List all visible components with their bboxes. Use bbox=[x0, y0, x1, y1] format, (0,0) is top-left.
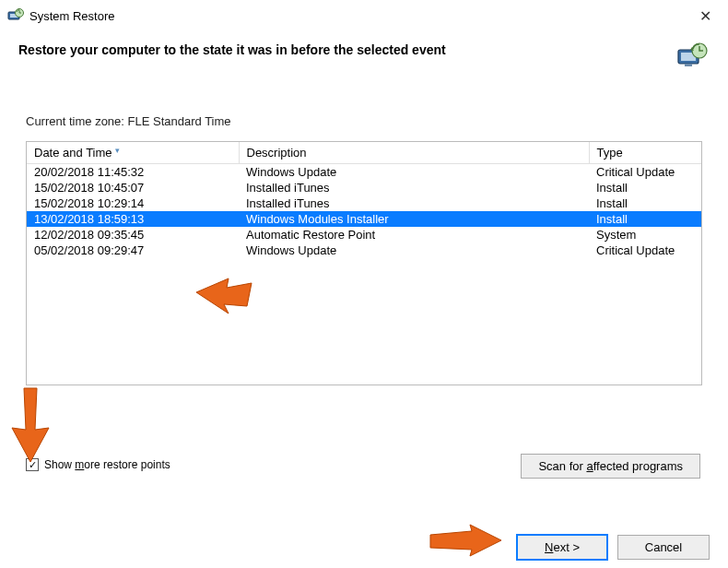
show-more-restore-points[interactable]: ✓ Show more restore points bbox=[26, 458, 170, 471]
table-row[interactable]: 15/02/2018 10:29:14Installed iTunesInsta… bbox=[27, 195, 701, 211]
restore-points-table: Date and Time▾ Description Type 20/02/20… bbox=[26, 141, 702, 385]
table-header-row: Date and Time▾ Description Type bbox=[27, 142, 701, 164]
cell-desc: Installed iTunes bbox=[239, 180, 589, 195]
cell-type: Critical Update bbox=[589, 164, 701, 181]
svg-rect-5 bbox=[685, 64, 692, 66]
header-row: Restore your computer to the state it wa… bbox=[0, 30, 728, 70]
cell-type: Install bbox=[589, 180, 701, 195]
cell-type: Install bbox=[589, 195, 701, 211]
svg-marker-9 bbox=[12, 388, 49, 462]
titlebar: System Restore ✕ bbox=[0, 0, 728, 30]
scan-affected-programs-button[interactable]: Scan for affected programs bbox=[521, 454, 700, 479]
table-row[interactable]: 13/02/2018 18:59:13Windows Modules Insta… bbox=[27, 211, 701, 227]
page-heading: Restore your computer to the state it wa… bbox=[18, 42, 446, 57]
annotation-arrow-next bbox=[426, 522, 504, 561]
cell-desc: Installed iTunes bbox=[239, 195, 589, 211]
restore-icon-large bbox=[676, 42, 708, 70]
table-row[interactable]: 12/02/2018 09:35:45Automatic Restore Poi… bbox=[27, 227, 701, 243]
cell-date: 15/02/2018 10:45:07 bbox=[27, 180, 239, 195]
cell-date: 15/02/2018 10:29:14 bbox=[27, 195, 239, 211]
restore-icon bbox=[7, 8, 24, 23]
cell-type: Install bbox=[589, 211, 701, 227]
cell-date: 13/02/2018 18:59:13 bbox=[27, 211, 239, 227]
table-row[interactable]: 05/02/2018 09:29:47Windows UpdateCritica… bbox=[27, 243, 701, 258]
window-title: System Restore bbox=[29, 9, 114, 23]
annotation-arrow-checkbox bbox=[7, 384, 52, 467]
table-row[interactable]: 15/02/2018 10:45:07Installed iTunesInsta… bbox=[27, 180, 701, 195]
show-more-label: Show more restore points bbox=[44, 458, 170, 471]
cell-type: System bbox=[589, 227, 701, 243]
column-date[interactable]: Date and Time▾ bbox=[27, 142, 239, 164]
close-button[interactable]: ✕ bbox=[692, 7, 719, 25]
cell-date: 20/02/2018 11:45:32 bbox=[27, 164, 239, 181]
column-description[interactable]: Description bbox=[239, 142, 589, 164]
table-row[interactable]: 20/02/2018 11:45:32Windows UpdateCritica… bbox=[27, 164, 701, 181]
cell-desc: Windows Modules Installer bbox=[239, 211, 589, 227]
cancel-button[interactable]: Cancel bbox=[617, 535, 710, 560]
show-more-checkbox[interactable]: ✓ bbox=[26, 458, 39, 471]
column-type[interactable]: Type bbox=[589, 142, 701, 164]
cell-type: Critical Update bbox=[589, 243, 701, 258]
cell-desc: Automatic Restore Point bbox=[239, 227, 589, 243]
cell-desc: Windows Update bbox=[239, 164, 589, 181]
cell-date: 12/02/2018 09:35:45 bbox=[27, 227, 239, 243]
next-button[interactable]: Next > bbox=[516, 534, 608, 561]
sort-descending-icon: ▾ bbox=[115, 146, 120, 155]
footer-buttons: Next > Cancel bbox=[516, 534, 710, 561]
cell-desc: Windows Update bbox=[239, 243, 589, 258]
svg-marker-10 bbox=[430, 525, 501, 556]
timezone-label: Current time zone: FLE Standard Time bbox=[0, 70, 728, 136]
cell-date: 05/02/2018 09:29:47 bbox=[27, 243, 239, 258]
